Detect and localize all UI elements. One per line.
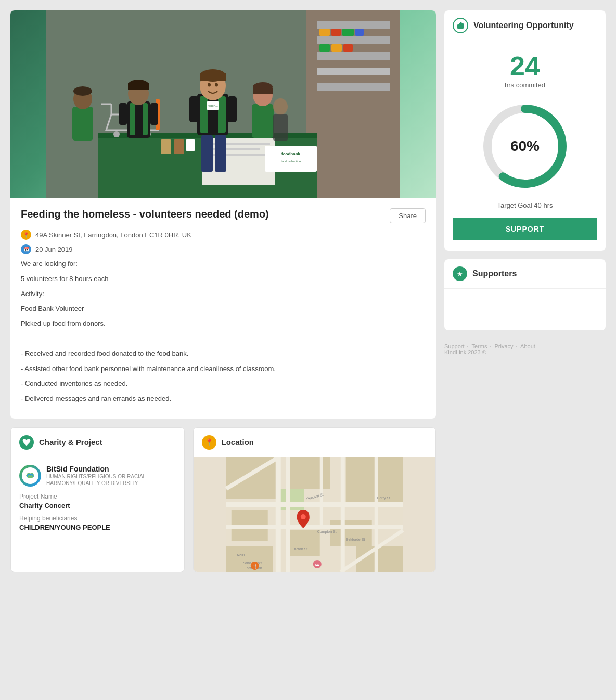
bullet3: - Conducted inventories as needed. — [21, 378, 426, 389]
svg-rect-58 — [174, 139, 184, 154]
svg-text:foodh...: foodh... — [208, 104, 218, 107]
map-container: Percival St Compton St A201 Sekforde St … — [194, 457, 436, 572]
svg-rect-7 — [319, 29, 330, 36]
svg-rect-78 — [319, 457, 323, 525]
svg-rect-74 — [286, 457, 290, 572]
title-row: Feeding the homeless - volunteers needed… — [21, 208, 426, 223]
svg-rect-53 — [252, 104, 274, 138]
bullet1: - Received and recorded food donated to … — [21, 349, 426, 360]
footer-copyright: KindLink 2023 © — [444, 349, 486, 355]
svg-rect-40 — [201, 135, 213, 172]
footer-support-link[interactable]: Support — [444, 343, 465, 349]
svg-point-95 — [300, 514, 305, 519]
date-text: 20 Jun 2019 — [35, 246, 73, 253]
address-text: 49A Skinner St, Farringdon, London EC1R … — [35, 231, 191, 239]
org-name: BitSid Foundation — [46, 465, 176, 473]
volunteer-header: Volunteering Opportunity — [444, 10, 606, 41]
charity-body: BitSid Foundation HUMAN RIGHTS/RELIGIOUS… — [11, 457, 184, 544]
svg-rect-50 — [72, 107, 93, 141]
svg-text:A201: A201 — [236, 553, 245, 557]
svg-point-25 — [113, 131, 120, 137]
activity-label: Activity: — [21, 289, 426, 300]
support-button[interactable]: SUPPORT — [453, 218, 597, 240]
location-card: 📍 Location — [193, 427, 437, 572]
left-column: foodbank food collection — [10, 10, 436, 572]
svg-text:🛏: 🛏 — [315, 563, 319, 567]
svg-rect-31 — [189, 96, 199, 122]
org-row: BitSid Foundation HUMAN RIGHTS/RELIGIOUS… — [19, 465, 176, 487]
svg-rect-2 — [317, 21, 390, 29]
svg-rect-77 — [340, 457, 344, 572]
location-card-icon: 📍 — [202, 435, 216, 450]
svg-rect-65 — [288, 457, 330, 489]
bottom-row: Charity & Project BitSid Foundation — [10, 427, 436, 572]
beneficiaries-field: Helping beneficiaries CHILDREN/YOUNG PEO… — [19, 515, 176, 531]
svg-rect-10 — [355, 29, 364, 36]
svg-rect-9 — [342, 29, 354, 36]
svg-point-52 — [73, 86, 92, 96]
org-info: BitSid Foundation HUMAN RIGHTS/RELIGIOUS… — [46, 465, 176, 487]
volunteers-needed: 5 volunteers for 8 hours each — [21, 274, 426, 285]
event-title: Feeding the homeless - volunteers needed… — [21, 208, 269, 220]
svg-rect-41 — [215, 135, 226, 172]
svg-rect-57 — [161, 139, 171, 154]
address-row: 📍 49A Skinner St, Farringdon, London EC1… — [21, 230, 426, 240]
hero-image: foodbank food collection — [10, 10, 436, 198]
svg-rect-32 — [227, 96, 237, 122]
svg-rect-12 — [331, 44, 342, 52]
volunteer-header-title: Volunteering Opportunity — [473, 21, 574, 30]
svg-rect-73 — [275, 457, 280, 572]
supporters-title: Supporters — [472, 269, 517, 278]
charity-card: Charity & Project BitSid Foundation — [10, 427, 185, 572]
svg-rect-13 — [343, 44, 353, 52]
svg-rect-8 — [331, 29, 341, 36]
svg-rect-4 — [317, 52, 390, 60]
project-value: Charity Concert — [19, 502, 176, 510]
svg-rect-11 — [319, 44, 330, 52]
volunteer-card: Volunteering Opportunity 24 hrs commited — [444, 10, 606, 251]
footer-terms-link[interactable]: Terms — [471, 343, 487, 349]
bullet4: - Delivered messages and ran errands as … — [21, 393, 426, 404]
description-intro: We are looking for: — [21, 259, 426, 270]
svg-rect-61 — [273, 114, 288, 141]
svg-text:Acton St: Acton St — [293, 547, 307, 551]
supporters-header: ★ Supporters — [444, 259, 606, 289]
share-button[interactable]: Share — [390, 208, 426, 223]
svg-rect-6 — [317, 83, 390, 91]
star-icon: ★ — [453, 266, 467, 281]
svg-rect-49 — [150, 103, 158, 125]
org-type: HUMAN RIGHTS/RELIGIOUS OR RACIAL HARMONY… — [46, 473, 176, 487]
svg-rect-35 — [200, 73, 226, 81]
charity-icon — [19, 435, 34, 450]
svg-rect-69 — [330, 520, 371, 546]
svg-text:Berry St: Berry St — [377, 496, 390, 500]
beneficiaries-value: CHILDREN/YOUNG PEOPLE — [19, 524, 176, 531]
charity-title: Charity & Project — [39, 438, 102, 447]
donut-percentage: 60% — [510, 138, 540, 155]
supporters-card: ★ Supporters — [444, 259, 606, 330]
volunteer-body: 24 hrs commited 60% Target Goal 40 hrs — [444, 41, 606, 251]
svg-rect-79 — [374, 457, 378, 572]
charity-header: Charity & Project — [11, 428, 184, 457]
hrs-label: hrs commited — [453, 81, 597, 89]
svg-point-36 — [208, 83, 211, 87]
svg-text:food collection: food collection — [281, 160, 301, 163]
location-icon: 📍 — [21, 230, 31, 240]
svg-text:Sekforde St: Sekforde St — [345, 538, 365, 541]
footer-privacy-link[interactable]: Privacy — [495, 343, 514, 349]
svg-text:Compton St: Compton St — [317, 530, 336, 534]
svg-point-37 — [215, 83, 218, 87]
hand-icon — [453, 18, 468, 33]
svg-rect-3 — [317, 36, 390, 44]
project-name-field: Project Name Charity Concert — [19, 493, 176, 510]
bullet2: - Assisted other food bank personnel wit… — [21, 364, 426, 375]
svg-rect-48 — [119, 103, 127, 125]
hrs-committed: 24 — [453, 52, 597, 81]
project-label: Project Name — [19, 493, 176, 500]
svg-rect-47 — [128, 83, 149, 90]
main-content: Feeding the homeless - volunteers needed… — [10, 198, 436, 419]
footer-about-link[interactable]: About — [520, 343, 535, 349]
svg-rect-71 — [288, 530, 319, 556]
right-column: Volunteering Opportunity 24 hrs commited — [444, 10, 606, 572]
location-title: Location — [222, 438, 254, 447]
